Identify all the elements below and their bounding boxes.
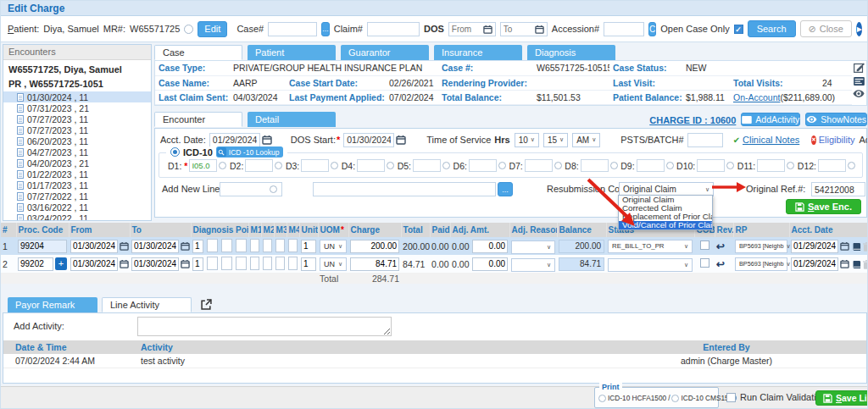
dropdown-option[interactable]: Replacement of Prior Claim — [619, 213, 712, 221]
eye-icon[interactable] — [853, 90, 865, 97]
psts-batch-input[interactable] — [687, 133, 723, 147]
play-icon[interactable]: ▶ — [856, 22, 862, 36]
dx-pointer-input[interactable] — [221, 239, 232, 252]
original-ref-input[interactable] — [811, 182, 865, 196]
dx-pointer-input[interactable] — [207, 257, 218, 270]
encounter-list-item[interactable]: 01/17/2023 , 11 — [3, 180, 151, 191]
hour-select[interactable]: 10∨ — [515, 133, 539, 147]
show-notes-button[interactable]: ShowNotes — [805, 113, 867, 126]
from-date-input[interactable] — [70, 240, 118, 253]
encounter-list-item[interactable]: 04/20/2023 , 21 — [3, 158, 151, 169]
d4-input[interactable] — [357, 159, 385, 172]
m4-input[interactable] — [288, 257, 298, 270]
dos-from-field[interactable] — [448, 22, 496, 36]
add-activity-button[interactable]: AddActivity — [741, 113, 800, 126]
encounter-list-item[interactable]: 07/27/2023 , 11 — [3, 124, 151, 135]
calendar-icon[interactable] — [396, 135, 406, 145]
to-date-input[interactable] — [131, 257, 179, 271]
calendar-icon[interactable] — [262, 135, 272, 145]
tab-payor-remark[interactable]: Payor Remark — [8, 297, 97, 312]
calendar-icon[interactable] — [840, 241, 849, 251]
dos-from-input[interactable] — [452, 25, 481, 34]
dx-pointer-input[interactable] — [236, 239, 247, 252]
edit-case-icon[interactable] — [854, 62, 865, 73]
status-select[interactable]: ∨ — [608, 258, 693, 272]
proc-code-input[interactable] — [18, 257, 53, 271]
d1-input[interactable] — [189, 159, 217, 172]
d3-radio[interactable] — [331, 162, 338, 169]
icd10-radio[interactable] — [170, 147, 180, 157]
print-cms1500-radio[interactable] — [671, 395, 679, 402]
calendar-icon[interactable] — [535, 25, 544, 34]
encounter-list-item[interactable]: 04/27/2023 , 11 — [3, 146, 151, 158]
d5-input[interactable] — [413, 159, 441, 172]
icd10-lookup-button[interactable]: ICD -10 Lookup — [216, 146, 284, 158]
d3-input[interactable] — [301, 159, 329, 172]
m3-input[interactable] — [275, 239, 285, 252]
calendar-icon[interactable] — [483, 25, 492, 34]
charge-input[interactable] — [350, 257, 399, 271]
d10-radio[interactable] — [726, 162, 734, 169]
minute-select[interactable]: 15∨ — [543, 133, 568, 147]
search-button[interactable]: Search — [748, 20, 796, 37]
external-link-icon[interactable] — [201, 299, 212, 310]
cob-checkbox[interactable] — [700, 258, 709, 268]
case-number-input[interactable] — [268, 22, 317, 36]
dropdown-option[interactable]: Corrected Claim — [619, 204, 712, 213]
dx-pointer-input[interactable] — [192, 240, 203, 253]
m2-input[interactable] — [263, 257, 272, 270]
d4-radio[interactable] — [387, 162, 394, 169]
delete-icon[interactable] — [863, 242, 868, 251]
add-line-button[interactable]: + — [55, 257, 67, 270]
m3-input[interactable] — [275, 257, 285, 270]
calendar-icon[interactable] — [840, 259, 849, 268]
m1-input[interactable] — [250, 257, 259, 270]
dx-pointer-input[interactable] — [221, 257, 232, 270]
dropdown-option-highlighted[interactable]: Void/Cancel of Prior Claim — [619, 221, 712, 229]
add-new-line-input[interactable] — [223, 185, 267, 194]
tab-detail[interactable]: Detail — [248, 112, 336, 127]
add-new-line-radio[interactable] — [270, 185, 277, 193]
d12-radio[interactable] — [848, 162, 855, 169]
encounter-list-item[interactable]: 01/30/2024 , 11 — [3, 91, 151, 102]
close-button[interactable]: ⊘Close — [800, 20, 852, 37]
d9-input[interactable] — [637, 159, 665, 172]
run-claim-validation-checkbox[interactable] — [726, 393, 736, 402]
d2-input[interactable] — [245, 159, 273, 172]
accession-input[interactable] — [604, 22, 644, 36]
status-select[interactable]: RE_BILL_TO_PR∨ — [608, 240, 693, 253]
dx-pointer-input[interactable] — [236, 257, 247, 270]
dropdown-option[interactable]: Original Claim — [619, 196, 712, 204]
add-activity-textarea[interactable] — [137, 317, 392, 336]
rp-select[interactable]: BP5693 [Neighb∨ — [735, 257, 787, 271]
d8-radio[interactable] — [610, 162, 618, 169]
line-lookup-button[interactable]: ... — [498, 182, 513, 196]
charge-input[interactable] — [350, 240, 399, 253]
calendar-icon[interactable] — [181, 241, 190, 251]
open-case-only-checkbox[interactable]: ✓ — [734, 25, 743, 34]
calendar-icon[interactable] — [120, 259, 129, 268]
dos-to-input[interactable] — [504, 25, 532, 34]
edit-patient-button[interactable]: Edit — [198, 21, 227, 37]
dos-start-input[interactable] — [343, 133, 394, 147]
save-encounter-button[interactable]: Save Enc. — [786, 199, 861, 214]
on-account-link[interactable]: On-Account — [733, 92, 780, 102]
tab-insurance[interactable]: Insurance — [434, 45, 522, 60]
units-input[interactable] — [301, 257, 316, 271]
meridiem-select[interactable]: AM∨ — [572, 133, 600, 147]
d11-radio[interactable] — [787, 162, 794, 169]
adj-amt-input[interactable] — [472, 257, 508, 271]
card-icon[interactable] — [854, 77, 865, 86]
tab-encounter[interactable]: Encounter — [154, 112, 242, 127]
m1-input[interactable] — [250, 239, 259, 252]
d2-radio[interactable] — [275, 162, 282, 169]
d6-radio[interactable] — [498, 162, 506, 169]
calendar-icon[interactable] — [181, 259, 190, 268]
clinical-notes-link[interactable]: Clinical Notes — [743, 135, 799, 145]
uom-select[interactable]: UN∨ — [320, 240, 347, 253]
print-hcfa1500-radio[interactable] — [598, 395, 606, 402]
m4-input[interactable] — [288, 239, 298, 252]
adj-amt-input[interactable] — [472, 240, 508, 253]
to-date-input[interactable] — [131, 240, 179, 253]
proc-code-input[interactable] — [18, 240, 67, 253]
